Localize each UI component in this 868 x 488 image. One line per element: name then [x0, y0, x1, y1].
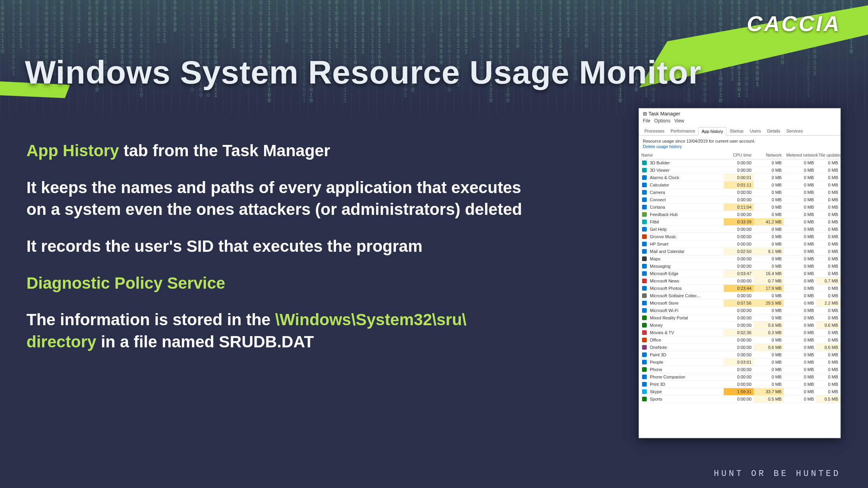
- app-name: Microsoft Edge: [650, 271, 678, 276]
- menu-item[interactable]: File: [643, 118, 650, 124]
- menubar: FileOptionsView: [639, 117, 840, 125]
- column-header[interactable]: Network: [754, 151, 784, 159]
- bullet-5-bold: SRUDB.DAT: [219, 333, 314, 351]
- tab[interactable]: Startup: [726, 127, 746, 135]
- metric-cell: 0 MB: [784, 233, 816, 241]
- metric-cell: 0 MB: [816, 314, 840, 322]
- table-row[interactable]: OneNote0:00:000.6 MB0 MB0.6 MB: [639, 344, 840, 351]
- metric-cell: 0 MB: [784, 218, 816, 226]
- table-row[interactable]: Connect0:00:000 MB0 MB0 MB: [639, 196, 840, 204]
- column-header[interactable]: CPU time: [724, 151, 754, 159]
- table-row[interactable]: HP Smart0:00:000 MB0 MB0 MB: [639, 241, 840, 248]
- table-row[interactable]: Camera0:00:000 MB0 MB0 MB: [639, 189, 840, 196]
- metric-cell: 0 MB: [784, 204, 816, 211]
- tab[interactable]: Users: [747, 127, 764, 135]
- table-row[interactable]: Sports0:00:000.5 MB0 MB0.5 MB: [639, 396, 840, 403]
- metric-cell: 0 MB: [754, 226, 784, 233]
- app-icon: [642, 160, 647, 165]
- app-name: Alarms & Clock: [650, 175, 679, 180]
- delete-history-link[interactable]: Delete usage history: [639, 144, 840, 151]
- metric-cell: 0.7 MB: [816, 277, 840, 285]
- table-row[interactable]: Cortana0:11:040 MB0 MB0 MB: [639, 204, 840, 211]
- metric-cell: 0 MB: [816, 241, 840, 248]
- table-row[interactable]: 3D Builder0:00:000 MB0 MB0 MB: [639, 159, 840, 167]
- metric-cell: 0 MB: [784, 322, 816, 329]
- table-row[interactable]: 3D Viewer0:00:000 MB0 MB0 MB: [639, 167, 840, 174]
- metric-cell: 0:03:47: [724, 270, 754, 277]
- app-icon: [642, 264, 647, 268]
- task-manager-screenshot: ⊞ Task Manager FileOptionsView Processes…: [639, 108, 841, 438]
- table-row[interactable]: Money0:00:000.6 MB0 MB0.6 MB: [639, 322, 840, 329]
- table-row[interactable]: Get Help0:00:000 MB0 MB0 MB: [639, 226, 840, 233]
- app-name: Mixed Reality Portal: [650, 315, 688, 320]
- app-icon: [642, 279, 647, 283]
- metric-cell: 0:00:00: [724, 396, 754, 403]
- table-row[interactable]: Phone Companion0:00:000 MB0 MB0 MB: [639, 373, 840, 381]
- app-icon: [642, 197, 647, 202]
- app-icon: [642, 227, 647, 232]
- tab[interactable]: Details: [764, 127, 784, 135]
- table-row[interactable]: Microsoft Store0:07:5629.5 MB0 MB2.2 MB: [639, 300, 840, 307]
- metric-cell: 0 MB: [816, 366, 840, 373]
- metric-cell: 0 MB: [784, 292, 816, 300]
- metric-cell: 0 MB: [784, 388, 816, 396]
- column-header[interactable]: Tile updates: [816, 151, 840, 159]
- app-name: OneNote: [650, 345, 667, 350]
- table-row[interactable]: Microsoft News0:00:000.7 MB0 MB0.7 MB: [639, 277, 840, 285]
- metric-cell: 0 MB: [816, 388, 840, 396]
- table-row[interactable]: Fitbit0:33:3941.2 MB0 MB0 MB: [639, 218, 840, 226]
- table-row[interactable]: Movies & TV0:02:360.3 MB0 MB0 MB: [639, 329, 840, 336]
- table-row[interactable]: Feedback Hub0:00:000 MB0 MB0 MB: [639, 211, 840, 218]
- table-row[interactable]: Microsoft Solitaire Collec...0:00:000 MB…: [639, 292, 840, 300]
- tab[interactable]: Processes: [641, 127, 667, 135]
- metric-cell: 0 MB: [816, 381, 840, 388]
- table-row[interactable]: Paint 3D0:00:000 MB0 MB0 MB: [639, 351, 840, 359]
- metric-cell: 0 MB: [754, 211, 784, 218]
- table-row[interactable]: Mixed Reality Portal0:00:000 MB0 MB0 MB: [639, 314, 840, 322]
- metric-cell: 0 MB: [816, 159, 840, 167]
- table-row[interactable]: People0:03:010 MB0 MB0 MB: [639, 359, 840, 366]
- metric-cell: 0 MB: [754, 174, 784, 181]
- metric-cell: 0 MB: [816, 189, 840, 196]
- table-row[interactable]: Print 3D0:00:000 MB0 MB0 MB: [639, 381, 840, 388]
- metric-cell: 0 MB: [784, 381, 816, 388]
- app-name: Paint 3D: [650, 352, 666, 357]
- metric-cell: 0.6 MB: [816, 344, 840, 351]
- metric-cell: 0:00:00: [724, 226, 754, 233]
- tab[interactable]: Services: [783, 127, 806, 135]
- metric-cell: 0:00:00: [724, 263, 754, 270]
- metric-cell: 0 MB: [754, 241, 784, 248]
- table-row[interactable]: Skype1:59:3133.7 MB0 MB0 MB: [639, 388, 840, 396]
- table-row[interactable]: Messaging0:00:000 MB0 MB0 MB: [639, 263, 840, 270]
- metric-cell: 0 MB: [784, 336, 816, 344]
- table-row[interactable]: Mail and Calendar0:02:509.1 MB0 MB0 MB: [639, 248, 840, 255]
- tab[interactable]: Performance: [667, 127, 698, 135]
- table-row[interactable]: Microsoft Wi-Fi0:00:000 MB0 MB0 MB: [639, 307, 840, 314]
- metric-cell: 17.9 MB: [754, 285, 784, 292]
- table-row[interactable]: Calculator0:01:110 MB0 MB0 MB: [639, 181, 840, 189]
- metric-cell: 0 MB: [816, 285, 840, 292]
- metric-cell: 2.2 MB: [816, 300, 840, 307]
- column-header[interactable]: Name: [639, 151, 724, 159]
- metric-cell: 0:02:50: [724, 248, 754, 255]
- app-name: Phone Companion: [650, 375, 685, 379]
- app-icon: [642, 249, 647, 254]
- metric-cell: 0 MB: [754, 159, 784, 167]
- app-name: People: [650, 360, 663, 364]
- metric-cell: 0:00:01: [724, 174, 754, 181]
- table-row[interactable]: Microsoft Edge0:03:4716.4 MB0 MB0 MB: [639, 270, 840, 277]
- menu-item[interactable]: View: [674, 118, 684, 124]
- metric-cell: 0 MB: [784, 159, 816, 167]
- menu-item[interactable]: Options: [654, 118, 670, 124]
- table-row[interactable]: Groove Music0:00:000 MB0 MB0 MB: [639, 233, 840, 241]
- table-row[interactable]: Alarms & Clock0:00:010 MB0 MB0 MB: [639, 174, 840, 181]
- table-row[interactable]: Microsoft Photos0:23:4417.9 MB0 MB0 MB: [639, 285, 840, 292]
- metric-cell: 0 MB: [816, 329, 840, 336]
- table-row[interactable]: Office0:00:000 MB0 MB0 MB: [639, 336, 840, 344]
- column-header[interactable]: Metered network: [784, 151, 816, 159]
- app-name: Fitbit: [650, 220, 659, 224]
- tab[interactable]: App history: [698, 127, 726, 136]
- table-row[interactable]: Phone0:00:000 MB0 MB0 MB: [639, 366, 840, 373]
- table-row[interactable]: Maps0:00:000 MB0 MB0 MB: [639, 255, 840, 263]
- metric-cell: 0 MB: [816, 270, 840, 277]
